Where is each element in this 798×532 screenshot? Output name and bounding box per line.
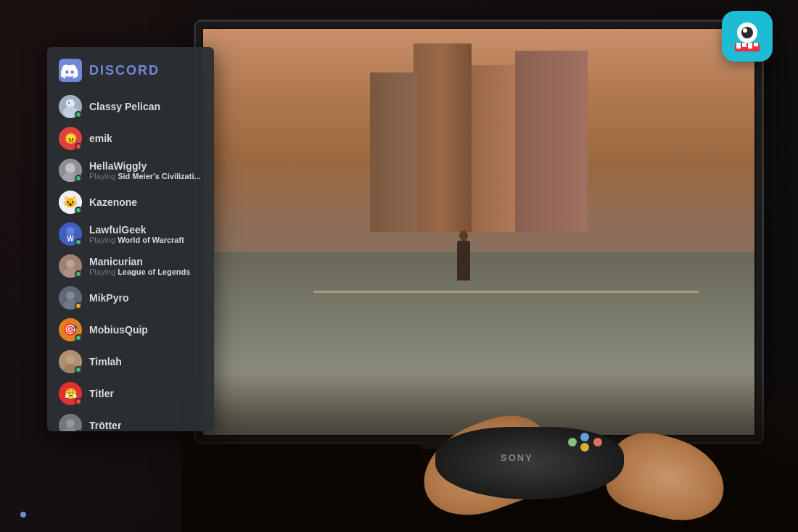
- character-silhouette: [457, 241, 470, 280]
- controller-button-circle: [593, 438, 602, 446]
- user-info-emik: emik: [89, 133, 112, 144]
- avatar-wrap-mobiusquip: 🎯: [59, 318, 82, 341]
- status-dot-lawfulgeek: [75, 238, 82, 246]
- user-activity-manicurian: Playing League of Legends: [89, 267, 190, 276]
- svg-text:W: W: [67, 235, 74, 243]
- hand-right: [601, 424, 733, 531]
- building-3: [515, 51, 588, 232]
- discord-header: DISCORD: [47, 47, 214, 91]
- avatar-wrap-titler: 😤: [59, 382, 82, 405]
- user-name-trotter: Trötter: [89, 420, 121, 431]
- user-item-mikpyro[interactable]: MikPyro: [53, 282, 208, 314]
- user-name-lawfulgeek: LawfulGeek: [89, 224, 184, 236]
- avatar-wrap-emik: 😠: [59, 127, 82, 150]
- status-dot-classy-pelican: [75, 111, 82, 118]
- controller-area: [181, 373, 798, 532]
- svg-point-20: [66, 291, 75, 300]
- svg-point-33: [741, 27, 753, 38]
- game-name-lawfulgeek: World of Warcraft: [118, 236, 184, 244]
- user-info-mobiusquip: MobiusQuip: [89, 324, 148, 336]
- svg-rect-36: [736, 43, 741, 49]
- avatar-wrap-manicurian: [59, 254, 82, 278]
- user-activity-lawfulgeek: Playing World of Warcraft: [89, 236, 184, 244]
- user-info-mikpyro: MikPyro: [89, 292, 128, 304]
- user-name-emik: emik: [89, 133, 112, 144]
- status-dot-manicurian: [75, 270, 82, 278]
- controller-button-cross: [580, 433, 589, 441]
- status-dot-timlah: [75, 366, 82, 373]
- avatar-wrap-mikpyro: [59, 286, 82, 309]
- status-dot-kazenone: [75, 207, 82, 214]
- svg-point-34: [743, 28, 747, 33]
- controller-button-triangle: [568, 438, 577, 446]
- monster-face-icon: [729, 18, 765, 54]
- avatar-wrap-trotter: [59, 414, 82, 431]
- user-item-manicurian[interactable]: ManicurianPlaying League of Legends: [53, 250, 208, 282]
- svg-point-9: [65, 163, 75, 173]
- svg-point-25: [66, 355, 75, 364]
- avatar-wrap-classy-pelican: [59, 95, 82, 118]
- status-dot-mikpyro: [75, 302, 82, 309]
- avatar-wrap-kazenone: 😺: [59, 191, 82, 214]
- user-item-emik[interactable]: 😠emik: [53, 122, 208, 154]
- user-info-kazenone: Kazenone: [89, 196, 137, 208]
- status-dot-titler: [75, 398, 82, 405]
- user-info-timlah: Timlah: [89, 356, 122, 367]
- user-info-trotter: Trötter: [89, 420, 121, 431]
- user-name-hellawiggly: HellaWiggly: [89, 160, 201, 172]
- svg-rect-37: [742, 43, 746, 47]
- user-name-kazenone: Kazenone: [89, 196, 137, 208]
- user-info-manicurian: ManicurianPlaying League of Legends: [89, 256, 190, 276]
- avatar-wrap-timlah: [59, 350, 82, 373]
- user-name-titler: Titler: [89, 388, 114, 399]
- user-info-classy-pelican: Classy Pelican: [89, 101, 160, 112]
- status-dot-hellawiggly: [75, 175, 82, 182]
- svg-point-5: [68, 102, 70, 104]
- discord-title: DISCORD: [89, 63, 160, 78]
- discord-overlay-panel: DISCORD Classy Pelican😠emikHellaWigglyPl…: [47, 47, 214, 431]
- user-info-lawfulgeek: LawfulGeekPlaying World of Warcraft: [89, 224, 184, 244]
- game-name-hellawiggly: Sid Meier's Civilizati...: [118, 172, 201, 180]
- avatar-wrap-lawfulgeek: W: [59, 223, 82, 246]
- monster-logo[interactable]: [722, 11, 773, 62]
- status-dot-mobiusquip: [75, 334, 82, 341]
- connection-status-indicator: [20, 512, 26, 518]
- hands-area: [363, 380, 725, 525]
- user-item-timlah[interactable]: Timlah: [53, 346, 208, 378]
- user-info-hellawiggly: HellaWigglyPlaying Sid Meier's Civilizat…: [89, 160, 201, 180]
- user-name-timlah: Timlah: [89, 356, 122, 367]
- user-info-titler: Titler: [89, 388, 114, 399]
- user-list: Classy Pelican😠emikHellaWigglyPlaying Si…: [47, 91, 214, 431]
- user-name-manicurian: Manicurian: [89, 256, 190, 267]
- user-item-titler[interactable]: 😤Titler: [53, 378, 208, 410]
- avatar-wrap-hellawiggly: [59, 159, 82, 182]
- building-1: [414, 43, 472, 232]
- discord-logo-icon: [59, 59, 82, 82]
- svg-rect-39: [754, 43, 758, 46]
- building-2: [472, 65, 515, 232]
- game-name-manicurian: League of Legends: [118, 267, 190, 276]
- status-dot-emik: [75, 143, 82, 150]
- avatar-trotter: [59, 414, 82, 431]
- user-item-mobiusquip[interactable]: 🎯MobiusQuip: [53, 314, 208, 346]
- svg-rect-38: [748, 43, 752, 49]
- user-item-kazenone[interactable]: 😺Kazenone: [53, 186, 208, 218]
- user-name-classy-pelican: Classy Pelican: [89, 101, 160, 112]
- user-item-classy-pelican[interactable]: Classy Pelican: [53, 91, 208, 122]
- controller-button-square: [580, 443, 589, 452]
- road-line: [313, 291, 699, 293]
- user-activity-hellawiggly: Playing Sid Meier's Civilizati...: [89, 172, 201, 180]
- building-4: [370, 72, 417, 232]
- game-controller: [435, 427, 624, 499]
- user-item-trotter[interactable]: Trötter: [53, 410, 208, 431]
- user-name-mikpyro: MikPyro: [89, 292, 128, 304]
- user-item-lawfulgeek[interactable]: WLawfulGeekPlaying World of Warcraft: [53, 218, 208, 250]
- user-name-mobiusquip: MobiusQuip: [89, 324, 148, 336]
- user-item-hellawiggly[interactable]: HellaWigglyPlaying Sid Meier's Civilizat…: [53, 154, 208, 186]
- svg-point-30: [66, 419, 75, 428]
- svg-point-17: [66, 259, 75, 268]
